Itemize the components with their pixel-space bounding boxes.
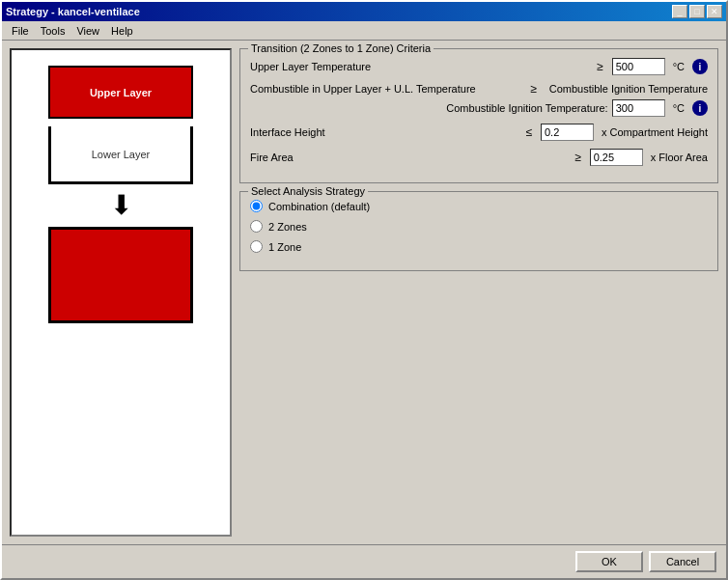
transition-group-title: Transition (2 Zones to 1 Zone) Criteria [248,42,434,54]
radio-combination-row: Combination (default) [250,200,708,212]
fire-area-input[interactable] [590,149,643,166]
upper-layer-temp-info-icon[interactable]: i [692,59,708,74]
upper-layer-temp-label: Upper Layer Temperature [250,61,589,72]
ok-button[interactable]: OK [575,551,643,572]
interface-height-op: ≤ [521,125,537,139]
combustible-row: Combustible in Upper Layer + U.L. Temper… [250,82,708,96]
upper-layer-label: Upper Layer [90,87,152,98]
bottom-bar: OK Cancel [2,544,726,578]
upper-layer-box: Upper Layer [48,66,193,119]
menu-help[interactable]: Help [105,23,139,39]
one-zone-box [48,227,193,323]
cancel-button[interactable]: Cancel [649,551,716,572]
menu-file[interactable]: File [6,23,35,39]
radio-twozones-row: 2 Zones [250,220,708,233]
title-controls: _ □ ✕ [672,5,722,18]
interface-height-unit: x Compartment Height [602,126,708,138]
strategy-group-title: Select Analysis Strategy [248,185,368,197]
menu-bar: File Tools View Help [2,21,726,41]
fire-area-unit: x Floor Area [651,152,708,163]
transition-criteria-group: Transition (2 Zones to 1 Zone) Criteria … [239,48,718,183]
upper-layer-temp-op: ≥ [593,60,608,73]
combustible-label: Combustible in Upper Layer + U.L. Temper… [250,83,522,95]
window-title: Strategy - kancel-ventilace [6,6,140,17]
fire-area-row: Fire Area ≥ x Floor Area [250,148,708,167]
ignition-temp-input[interactable] [612,99,665,117]
radio-twozones-label: 2 Zones [268,221,307,233]
fire-area-label: Fire Area [250,152,567,163]
maximize-button[interactable]: □ [689,5,705,18]
lower-layer-box: Lower Layer [48,126,193,184]
arrow-down-icon: ⬇ [110,192,132,219]
content-area: Upper Layer Lower Layer ⬇ Transition (2 … [2,41,726,544]
lower-layer-label: Lower Layer [92,149,151,160]
combustible-op: ≥ [526,82,542,96]
interface-height-label: Interface Height [250,126,518,138]
title-bar: Strategy - kancel-ventilace _ □ ✕ [2,2,726,21]
combustible-desc: Combustible Ignition Temperature [549,83,708,95]
menu-view[interactable]: View [70,23,105,39]
radio-onezone-row: 1 Zone [250,240,708,253]
close-button[interactable]: ✕ [707,5,722,18]
minimize-button[interactable]: _ [672,5,687,18]
radio-combination-label: Combination (default) [268,201,370,212]
ignition-info-icon[interactable]: i [692,100,708,116]
radio-onezone[interactable] [250,240,263,253]
main-window: Strategy - kancel-ventilace _ □ ✕ File T… [0,0,728,580]
radio-onezone-label: 1 Zone [268,241,301,253]
ignition-row: Combustible Ignition Temperature: °C i [250,99,708,117]
interface-height-input[interactable] [541,124,594,141]
right-panel: Transition (2 Zones to 1 Zone) Criteria … [239,48,718,537]
upper-layer-temp-unit: °C [673,61,685,72]
fire-area-op: ≥ [571,151,586,164]
strategy-group: Select Analysis Strategy Combination (de… [239,191,718,271]
ignition-unit: °C [673,102,685,114]
ignition-label: Combustible Ignition Temperature: [446,102,607,114]
radio-combination[interactable] [250,200,263,212]
radio-twozones[interactable] [250,220,263,233]
upper-layer-temp-input[interactable] [612,58,665,75]
upper-layer-temp-row: Upper Layer Temperature ≥ °C i [250,57,708,76]
zone-diagram-panel: Upper Layer Lower Layer ⬇ [10,48,232,537]
menu-tools[interactable]: Tools [35,23,71,39]
interface-height-row: Interface Height ≤ x Compartment Height [250,123,708,142]
